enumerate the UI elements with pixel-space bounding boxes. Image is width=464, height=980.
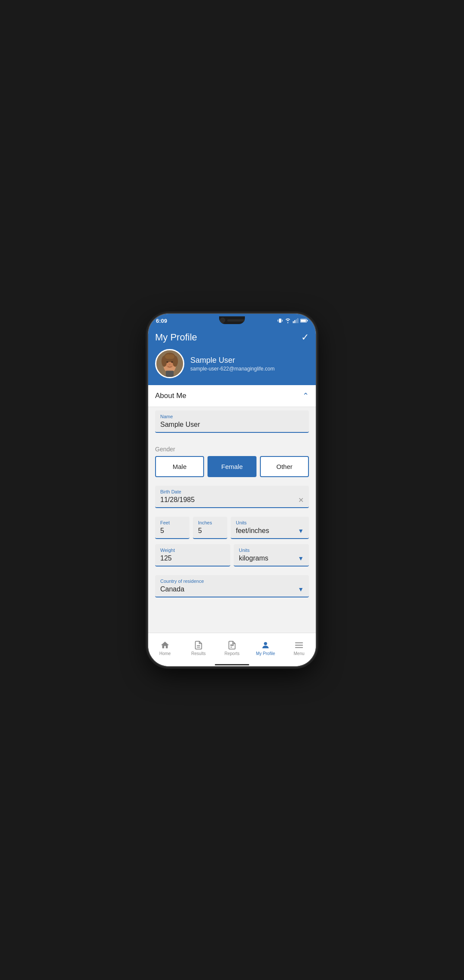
svg-rect-4 [294, 320, 295, 323]
name-input[interactable] [160, 420, 304, 429]
country-label: Country of residence [160, 579, 304, 584]
gender-buttons: Male Female Other [155, 456, 309, 477]
feet-input[interactable] [160, 526, 184, 536]
feet-field: Feet [155, 517, 189, 539]
gender-male-button[interactable]: Male [155, 456, 204, 477]
country-dropdown-arrow[interactable]: ▼ [298, 586, 304, 593]
svg-point-20 [169, 364, 171, 365]
weight-units-label: Units [239, 548, 304, 553]
vibrate-icon [277, 318, 283, 324]
svg-rect-27 [232, 644, 232, 646]
avatar[interactable] [155, 349, 184, 378]
svg-point-17 [168, 354, 174, 359]
home-icon [160, 640, 170, 650]
my-profile-icon [261, 640, 270, 650]
nav-item-reports[interactable]: Reports [215, 633, 249, 663]
battery-icon [300, 318, 308, 323]
name-label: Name [160, 414, 304, 419]
nav-item-home[interactable]: Home [148, 633, 182, 663]
phone-screen: 6:09 [148, 314, 316, 666]
page-header: My Profile ✓ [148, 328, 316, 385]
nav-label-reports: Reports [224, 651, 239, 656]
height-row: Feet Inches Units feet/inches ▼ [155, 517, 309, 539]
inches-input[interactable] [198, 526, 222, 536]
nav-item-my-profile[interactable]: My Profile [249, 633, 282, 663]
birth-date-label: Birth Date [160, 489, 304, 494]
results-icon [194, 640, 203, 650]
svg-rect-28 [233, 643, 234, 646]
svg-rect-26 [230, 644, 231, 646]
svg-point-18 [166, 361, 168, 363]
camera-lens [220, 318, 225, 323]
name-section: Name [148, 407, 316, 441]
check-icon[interactable]: ✓ [301, 332, 309, 343]
nav-label-results: Results [191, 651, 205, 656]
weight-units-value: kilograms [239, 554, 268, 562]
chevron-up-icon[interactable]: ⌃ [302, 391, 309, 401]
svg-rect-9 [301, 319, 306, 322]
weight-units-dropdown-arrow[interactable]: ▼ [298, 555, 304, 562]
weight-units-field[interactable]: Units kilograms ▼ [234, 544, 309, 567]
nav-item-menu[interactable]: Menu [282, 633, 316, 663]
weight-field: Weight [155, 544, 230, 567]
about-me-section[interactable]: About Me ⌃ [148, 385, 316, 407]
user-text: Sample User sample-user-622@managinglife… [190, 356, 275, 372]
svg-rect-5 [296, 319, 297, 323]
speaker [227, 319, 244, 322]
svg-rect-2 [282, 320, 283, 322]
birth-date-field-group: Birth Date 11/28/1985 ✕ [155, 486, 309, 508]
content-area: About Me ⌃ Name Gender Male Female Other [148, 385, 316, 633]
menu-icon [294, 640, 304, 650]
avatar-image [156, 350, 183, 377]
status-icons [277, 318, 308, 324]
gender-female-button[interactable]: Female [208, 456, 256, 477]
name-field-group: Name [155, 410, 309, 433]
signal-icon [293, 318, 299, 324]
svg-rect-1 [278, 320, 278, 322]
inches-field: Inches [193, 517, 227, 539]
height-units-field[interactable]: Units feet/inches ▼ [231, 517, 309, 539]
country-field-group[interactable]: Country of residence Canada ▼ [155, 575, 309, 597]
country-section: Country of residence Canada ▼ [148, 572, 316, 606]
home-bar [215, 664, 249, 665]
height-units-label: Units [236, 520, 304, 525]
svg-rect-21 [166, 371, 174, 377]
weight-row: Weight Units kilograms ▼ [155, 544, 309, 567]
page-title: My Profile [155, 332, 197, 343]
country-value: Canada [160, 585, 184, 593]
svg-rect-6 [297, 318, 298, 323]
home-indicator [148, 663, 316, 666]
birth-date-section: Birth Date 11/28/1985 ✕ [148, 482, 316, 517]
wifi-icon [285, 318, 291, 324]
svg-point-19 [171, 361, 173, 363]
svg-rect-0 [279, 318, 281, 322]
svg-point-29 [264, 642, 267, 645]
gender-other-button[interactable]: Other [260, 456, 309, 477]
height-units-dropdown-arrow[interactable]: ▼ [298, 527, 304, 534]
user-name: Sample User [190, 356, 275, 365]
nav-label-home: Home [159, 651, 171, 656]
feet-label: Feet [160, 520, 184, 525]
birth-date-value: 11/28/1985 [160, 495, 195, 505]
weight-input[interactable] [160, 554, 225, 563]
clear-birth-date-button[interactable]: ✕ [298, 496, 304, 504]
nav-item-results[interactable]: Results [182, 633, 215, 663]
about-me-title: About Me [155, 392, 186, 400]
camera-notch [219, 316, 245, 324]
status-time: 6:09 [156, 318, 167, 324]
nav-label-my-profile: My Profile [256, 651, 275, 656]
gender-section: Gender Male Female Other [155, 446, 309, 477]
bottom-nav: Home Results [148, 633, 316, 663]
height-units-value: feet/inches [236, 527, 269, 535]
weight-label: Weight [160, 548, 225, 553]
user-email: sample-user-622@managinglife.com [190, 366, 275, 372]
user-info: Sample User sample-user-622@managinglife… [155, 349, 309, 378]
nav-label-menu: Menu [293, 651, 304, 656]
svg-rect-8 [307, 320, 308, 322]
inches-label: Inches [198, 520, 222, 525]
gender-label: Gender [155, 446, 309, 453]
reports-icon [227, 640, 237, 650]
svg-rect-3 [293, 321, 294, 323]
phone-frame: 6:09 [148, 314, 316, 666]
